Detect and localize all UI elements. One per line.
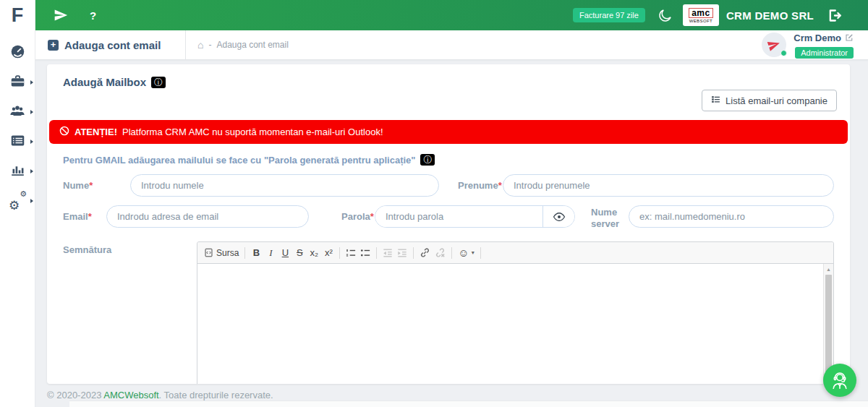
card-title-row: Adaugă Mailbox ⓘ: [63, 76, 834, 88]
page-title-wrap: + Adauga cont email: [48, 39, 179, 51]
bar-chart-icon: [10, 163, 25, 181]
nume-server-label: Nume server: [591, 205, 629, 230]
online-status-dot: [780, 50, 787, 56]
scroll-up-icon: ▲: [826, 267, 831, 272]
source-code-icon: [204, 248, 213, 257]
billing-badge[interactable]: Facturare 97 zile: [573, 8, 645, 22]
parola-input[interactable]: [375, 206, 542, 227]
bullet-list-button[interactable]: [358, 245, 373, 261]
sidebar-item-briefcase[interactable]: [8, 74, 27, 90]
company-name: CRM DEMO SRL: [726, 9, 814, 22]
page-title: Adauga cont email: [64, 39, 161, 51]
prenume-label: Prenume*: [458, 174, 503, 191]
parola-input-group: [375, 205, 575, 228]
help-icon[interactable]: ?: [90, 9, 96, 22]
editor-content-area[interactable]: [197, 264, 823, 384]
editor-toolbar: Sursa B I U S x₂ x²: [197, 242, 833, 264]
link-button[interactable]: [417, 245, 433, 261]
caret-down-icon: ▾: [472, 249, 475, 256]
chevron-right-icon: [30, 199, 33, 203]
semnatura-label: Semnătura: [63, 241, 197, 255]
sidebar-item-dashboard[interactable]: [8, 45, 27, 61]
edit-profile-icon[interactable]: [845, 32, 854, 45]
support-chat-button[interactable]: [823, 364, 856, 397]
smiley-icon: ☺: [458, 247, 469, 259]
role-badge: Administrator: [795, 47, 854, 59]
prenume-input[interactable]: [503, 174, 834, 197]
company-emails-list-label: Listă email-uri companie: [726, 95, 827, 106]
support-agent-icon: [829, 369, 851, 391]
parola-label: Parola*: [341, 205, 375, 222]
source-button[interactable]: Sursa: [202, 245, 241, 261]
alert-message: Platforma CRM AMC nu suportă momentan e-…: [122, 127, 383, 137]
outdent-button[interactable]: [380, 245, 395, 261]
user-block: Crm Demo Administrator: [762, 32, 854, 59]
email-label: Email*: [63, 205, 106, 222]
home-icon[interactable]: ⌂: [197, 40, 203, 49]
send-paper-plane-icon[interactable]: [54, 8, 68, 22]
breadcrumb-current: Adauga cont email: [216, 40, 288, 50]
indent-button[interactable]: [395, 245, 409, 261]
bottom-strip: [69, 400, 868, 407]
users-group-icon: [9, 103, 25, 121]
user-meta: Crm Demo Administrator: [793, 32, 854, 59]
plus-icon: +: [48, 40, 59, 51]
avatar-paper-plane-icon: [766, 37, 783, 53]
strikethrough-button[interactable]: S: [292, 245, 307, 261]
logout-icon[interactable]: [827, 8, 842, 23]
emoji-button[interactable]: ☺ ▾: [456, 245, 476, 261]
sidebar-item-reports[interactable]: [8, 163, 27, 179]
user-name: Crm Demo: [793, 33, 841, 43]
alert-title: ATENȚIE!: [75, 127, 117, 137]
sidebar-item-users[interactable]: [8, 104, 27, 120]
bold-button[interactable]: B: [249, 245, 263, 261]
card-title: Adaugă Mailbox: [63, 76, 146, 88]
breadcrumb: ⌂ - Adauga cont email: [197, 40, 289, 50]
dark-mode-moon-icon[interactable]: [658, 8, 673, 23]
footer-brand-link[interactable]: AMCWebsoft: [103, 390, 158, 400]
superscript-button[interactable]: x²: [321, 245, 336, 261]
chevron-right-icon: [30, 169, 33, 173]
sidebar-item-lists[interactable]: [8, 134, 27, 150]
app-logo[interactable]: F: [0, 0, 35, 30]
footer-rights-text: . Toate drepturile rezervate.: [159, 390, 273, 400]
underline-button[interactable]: U: [278, 245, 292, 261]
outlook-warning-alert: ATENȚIE! Platforma CRM AMC nu suportă mo…: [49, 120, 848, 144]
nume-label: Nume*: [63, 174, 130, 191]
subscript-button[interactable]: x₂: [307, 245, 321, 261]
sidebar-item-settings[interactable]: ⚙ ⚙: [8, 193, 27, 209]
main-content: Adaugă Mailbox ⓘ Listă email-uri compani…: [35, 60, 868, 407]
breadcrumb-separator: -: [208, 40, 211, 50]
add-mailbox-card: Adaugă Mailbox ⓘ Listă email-uri compani…: [47, 64, 850, 384]
unlink-button[interactable]: [433, 245, 448, 261]
page-header: + Adauga cont email ⌂ - Adauga cont emai…: [35, 30, 868, 60]
show-password-eye-icon[interactable]: [542, 206, 574, 227]
amc-websoft-logo[interactable]: amc WEBSOFT: [683, 4, 719, 26]
list-icon: [711, 95, 720, 106]
nume-input[interactable]: [130, 174, 439, 197]
footer: © 2020-2023 AMCWebsoft. Toate drepturile…: [47, 390, 868, 400]
gears-icon: ⚙ ⚙: [9, 193, 25, 209]
header-divider: [185, 30, 186, 60]
chevron-right-icon: [30, 80, 33, 85]
ordered-list-button[interactable]: [344, 245, 358, 261]
list-table-icon: [10, 133, 25, 151]
chevron-right-icon: [30, 140, 33, 144]
avatar[interactable]: [762, 33, 786, 57]
mailbox-form: Nume* Prenume* Email* Parola* Nume serve…: [47, 174, 850, 384]
dashboard-gauge-icon: [10, 44, 25, 62]
copyright-text: © 2020-2023: [47, 390, 101, 400]
ban-icon: [59, 126, 69, 138]
signature-rich-text-editor: Sursa B I U S x₂ x²: [197, 241, 834, 384]
info-icon[interactable]: ⓘ: [151, 77, 166, 88]
info-icon[interactable]: ⓘ: [420, 154, 435, 166]
sidebar-nav: ⚙ ⚙: [8, 45, 27, 209]
chevron-right-icon: [30, 110, 33, 114]
italic-button[interactable]: I: [263, 245, 278, 261]
top-bar: ? Facturare 97 zile amc WEBSOFT CRM DEMO…: [35, 0, 868, 30]
left-sidebar: F: [0, 0, 35, 407]
company-emails-list-button[interactable]: Listă email-uri companie: [702, 90, 837, 111]
nume-server-input[interactable]: [629, 205, 834, 228]
email-input[interactable]: [106, 205, 309, 228]
gmail-note: Pentru GMAIL adăugarea mailului se face …: [63, 154, 834, 166]
